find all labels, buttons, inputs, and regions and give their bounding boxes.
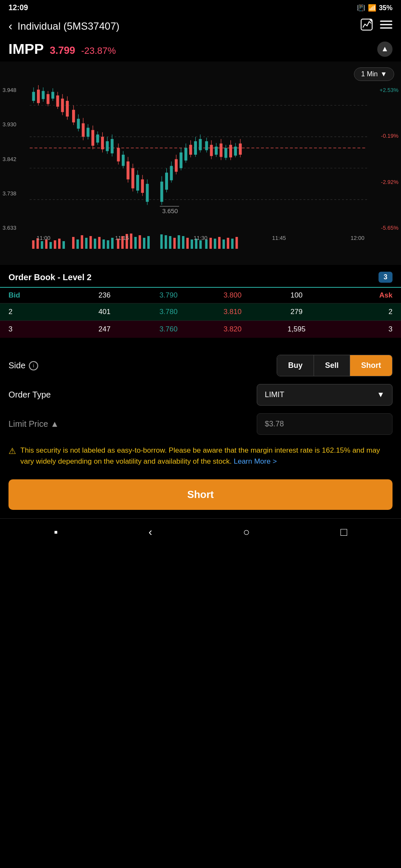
stock-symbol: IMPP [8,41,44,57]
svg-rect-100 [62,241,65,249]
svg-rect-98 [54,240,56,249]
side-info-icon[interactable]: i [29,361,38,370]
stock-price: 3.799 [50,45,75,56]
ask-price-2: 3.810 [200,308,264,316]
limit-price-input[interactable]: $3.78 [257,413,393,435]
header-icons [360,18,393,34]
bid-qty-2: 401 [73,308,137,316]
nav-home-icon[interactable]: ○ [243,526,250,539]
svg-rect-93 [32,240,35,249]
svg-rect-95 [41,241,43,249]
header: ‹ Individual (5MS37407) [0,14,401,38]
order-book-row-3: 3 247 3.760 3.820 1,595 3 [0,320,401,338]
side-buttons: Buy Sell Short [277,355,393,376]
bid-header: Bid [8,291,73,300]
stock-info: IMPP 3.799 -23.87% ▲ [0,38,401,61]
nav-apps-icon[interactable]: □ [340,526,347,539]
limit-price-value: $3.78 [265,420,284,428]
vibrate-icon: 📳 [357,4,365,12]
timeframe-selector[interactable]: 1 Min ▼ [354,67,394,81]
warning-text: This security is not labeled as easy-to-… [20,445,393,467]
candlestick-chart: 3.650 [30,78,367,231]
account-title: Individual (5MS37407) [17,20,119,32]
status-icons: 📳 📶 35% [357,4,393,12]
warning-content: ⚠ This security is not labeled as easy-t… [8,445,393,467]
ask-price-header: 3.800 [200,291,264,300]
back-button[interactable]: ‹ [8,19,12,33]
bid-rank-2: 2 [8,308,73,316]
collapse-button[interactable]: ▲ [377,42,393,57]
svg-rect-97 [50,242,52,249]
ask-qty-header: 100 [264,291,328,300]
price-labels-left: 3.948 3.930 3.842 3.738 3.633 [3,87,17,231]
side-row: Side i Buy Sell Short [8,355,393,376]
side-label: Side i [8,361,38,370]
bottom-nav: ▪ ‹ ○ □ [0,518,401,545]
bid-price-3: 3.760 [137,325,201,334]
limit-price-row: Limit Price ▲ $3.78 [8,413,393,435]
order-book-row-2: 2 401 3.780 3.810 279 2 [0,303,401,320]
buy-button[interactable]: Buy [277,355,314,376]
status-time: 12:09 [8,3,28,12]
short-submit-button[interactable]: Short [8,479,393,510]
ask-rank-2: 2 [328,308,393,316]
stock-left: IMPP 3.799 -23.87% [8,41,116,57]
bid-rank-3: 3 [8,325,73,334]
warning-box: ⚠ This security is not labeled as easy-t… [0,439,401,473]
nav-menu-icon[interactable]: ▪ [54,526,58,539]
bid-price-2: 3.780 [137,308,201,316]
dropdown-icon: ▼ [377,390,384,399]
bid-qty-header: 236 [73,291,137,300]
level-badge: 3 [379,272,393,283]
order-book-header-row: Bid 236 3.790 3.800 100 Ask [0,287,401,303]
ask-rank-3: 3 [328,325,393,334]
warning-icon: ⚠ [8,446,16,456]
chart-icon[interactable] [360,18,373,34]
nav-back-icon[interactable]: ‹ [149,526,152,539]
time-labels: 11:00 11:15 11:30 11:45 12:00 [0,235,401,241]
battery-text: 35% [379,4,393,12]
stock-change: -23.87% [81,45,116,56]
order-form: Side i Buy Sell Short Order Type LIMIT ▼… [0,346,401,435]
price-labels-right: +2.53% -0.19% -2.92% -5.65% [380,87,398,231]
ask-price-3: 3.820 [200,325,264,334]
svg-rect-109 [107,240,109,249]
limit-price-label: Limit Price ▲ [8,419,59,429]
order-type-row: Order Type LIMIT ▼ [8,384,393,406]
order-book-header: Order Book - Level 2 3 [0,272,401,287]
order-type-label: Order Type [8,390,51,400]
signal-icon: 📶 [368,4,376,12]
order-type-value: LIMIT [265,390,284,399]
sell-button[interactable]: Sell [314,355,350,376]
ask-qty-3: 1,595 [264,325,328,334]
status-bar: 12:09 📳 📶 35% [0,0,401,14]
learn-more-link[interactable]: Learn More > [234,457,277,465]
svg-rect-128 [199,240,202,249]
order-book-title: Order Book - Level 2 [8,273,92,282]
bid-price-header: 3.790 [137,291,201,300]
bid-qty-3: 247 [73,325,137,334]
ask-header: Ask [328,291,393,300]
header-left: ‹ Individual (5MS37407) [8,19,119,33]
svg-text:3.650: 3.650 [162,208,178,214]
ask-qty-2: 279 [264,308,328,316]
menu-icon[interactable] [380,19,393,33]
short-side-button[interactable]: Short [350,355,392,376]
chart-container[interactable]: 1 Min ▼ 3.948 3.930 3.842 3.738 3.633 +2… [0,61,401,265]
order-type-select[interactable]: LIMIT ▼ [257,384,393,406]
order-book: Order Book - Level 2 3 Bid 236 3.790 3.8… [0,265,401,338]
